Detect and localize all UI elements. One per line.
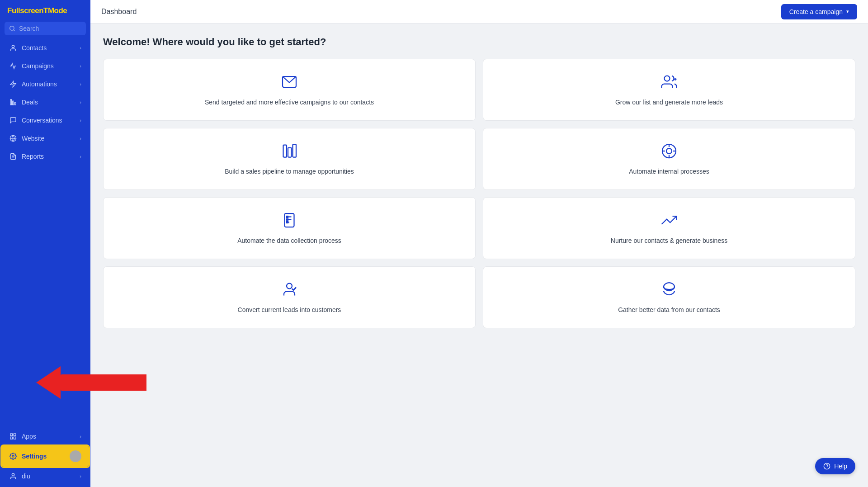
svg-point-15: [12, 473, 14, 476]
nav-website[interactable]: Website ›: [2, 130, 89, 147]
settings-label: Settings: [22, 453, 47, 460]
contacts-label: Contacts: [22, 44, 47, 52]
campaigns-label: Campaigns: [22, 62, 54, 70]
card-forms-icon: [281, 212, 297, 232]
automations-chevron: ›: [80, 81, 81, 87]
svg-rect-3: [10, 99, 12, 105]
dropdown-arrow-icon: ▾: [846, 9, 849, 14]
conversations-icon: [9, 116, 17, 124]
website-label: Website: [22, 135, 44, 142]
contacts-chevron: ›: [80, 45, 81, 51]
help-icon: [823, 463, 830, 470]
card-leads-label: Grow our list and generate more leads: [615, 99, 723, 106]
sidebar: FullscreenTMode Contacts › Campaigns ›: [0, 0, 90, 487]
svg-rect-22: [293, 144, 297, 157]
welcome-heading: Welcome! Where would you like to get sta…: [103, 36, 855, 48]
card-nurture[interactable]: Nurture our contacts & generate business: [483, 197, 855, 259]
svg-rect-21: [288, 148, 292, 157]
sidebar-bottom: Apps › Settings diu ›: [0, 427, 90, 487]
user-chevron: ›: [80, 473, 81, 479]
settings-icon: [9, 452, 17, 460]
user-avatar-icon: [9, 472, 17, 480]
card-nurture-icon: [661, 212, 677, 232]
card-forms[interactable]: Automate the data collection process: [103, 197, 476, 259]
card-automate[interactable]: Automate internal processes: [483, 128, 855, 190]
campaigns-chevron: ›: [80, 63, 81, 69]
svg-rect-4: [13, 101, 14, 105]
logo-text2: Mode: [48, 6, 67, 15]
reports-label: Reports: [22, 153, 44, 160]
card-convert[interactable]: Convert current leads into customers: [103, 266, 476, 328]
conversations-chevron: ›: [80, 118, 81, 123]
nav-apps[interactable]: Apps ›: [2, 428, 89, 445]
nav-deals[interactable]: Deals ›: [2, 94, 89, 111]
search-input[interactable]: [19, 25, 81, 32]
app-logo: FullscreenTMode: [0, 0, 90, 20]
dashboard-body: Welcome! Where would you like to get sta…: [90, 24, 868, 487]
card-leads[interactable]: Grow our list and generate more leads: [483, 59, 855, 121]
nav-campaigns[interactable]: Campaigns ›: [2, 57, 89, 75]
svg-rect-20: [283, 145, 287, 157]
nav-conversations[interactable]: Conversations ›: [2, 112, 89, 129]
reports-icon: [9, 152, 17, 161]
card-leads-icon: [661, 74, 677, 93]
nav-settings[interactable]: Settings: [2, 446, 89, 467]
automations-label: Automations: [22, 80, 57, 88]
apps-icon: [9, 432, 17, 440]
card-data[interactable]: Gather better data from our contacts: [483, 266, 855, 328]
main-content: Dashboard Create a campaign ▾ Welcome! W…: [90, 0, 868, 487]
topbar: Dashboard Create a campaign ▾: [90, 0, 868, 24]
card-automate-icon: [661, 143, 677, 162]
card-campaigns-label: Send targeted and more effective campaig…: [205, 99, 374, 106]
deals-chevron: ›: [80, 99, 81, 105]
user-label: diu: [22, 473, 30, 480]
svg-point-14: [12, 455, 14, 457]
conversations-label: Conversations: [22, 117, 62, 124]
deals-label: Deals: [22, 99, 38, 106]
search-icon: [9, 25, 15, 32]
card-pipeline-icon: [281, 143, 297, 162]
cards-grid: Send targeted and more effective campaig…: [103, 59, 855, 328]
svg-line-1: [14, 30, 15, 31]
logo-text: Fullscreen: [7, 6, 43, 15]
help-label: Help: [834, 463, 847, 470]
card-forms-label: Automate the data collection process: [237, 237, 341, 244]
svg-point-2: [12, 45, 14, 47]
svg-point-17: [665, 76, 670, 81]
card-automate-label: Automate internal processes: [629, 168, 709, 175]
svg-rect-10: [10, 434, 13, 436]
card-campaigns-icon: [281, 74, 297, 93]
svg-rect-12: [10, 437, 13, 439]
search-box[interactable]: [5, 22, 86, 35]
nav-reports[interactable]: Reports ›: [2, 148, 89, 165]
deals-icon: [9, 98, 17, 106]
website-icon: [9, 134, 17, 142]
nav-user[interactable]: diu ›: [2, 468, 89, 485]
svg-point-36: [287, 284, 292, 289]
svg-point-24: [666, 148, 672, 154]
page-title: Dashboard: [101, 8, 137, 16]
apps-chevron: ›: [80, 434, 81, 439]
card-campaigns[interactable]: Send targeted and more effective campaig…: [103, 59, 476, 121]
contacts-icon: [9, 44, 17, 52]
card-pipeline-label: Build a sales pipeline to manage opportu…: [225, 168, 354, 175]
help-button[interactable]: Help: [815, 458, 855, 474]
apps-label: Apps: [22, 433, 36, 440]
card-data-icon: [661, 281, 677, 301]
nav-automations[interactable]: Automations ›: [2, 76, 89, 93]
logo-highlight: T: [43, 6, 48, 15]
svg-rect-5: [14, 102, 16, 105]
svg-rect-11: [14, 434, 16, 436]
svg-rect-29: [285, 213, 294, 227]
card-pipeline[interactable]: Build a sales pipeline to manage opportu…: [103, 128, 476, 190]
nav-contacts[interactable]: Contacts ›: [2, 39, 89, 57]
settings-avatar: [70, 450, 81, 462]
svg-point-0: [10, 26, 14, 30]
card-data-label: Gather better data from our contacts: [618, 306, 720, 313]
card-nurture-label: Nurture our contacts & generate business: [611, 237, 727, 244]
automations-icon: [9, 80, 17, 88]
website-chevron: ›: [80, 136, 81, 141]
create-campaign-button[interactable]: Create a campaign ▾: [781, 4, 857, 19]
reports-chevron: ›: [80, 154, 81, 159]
campaigns-icon: [9, 62, 17, 70]
